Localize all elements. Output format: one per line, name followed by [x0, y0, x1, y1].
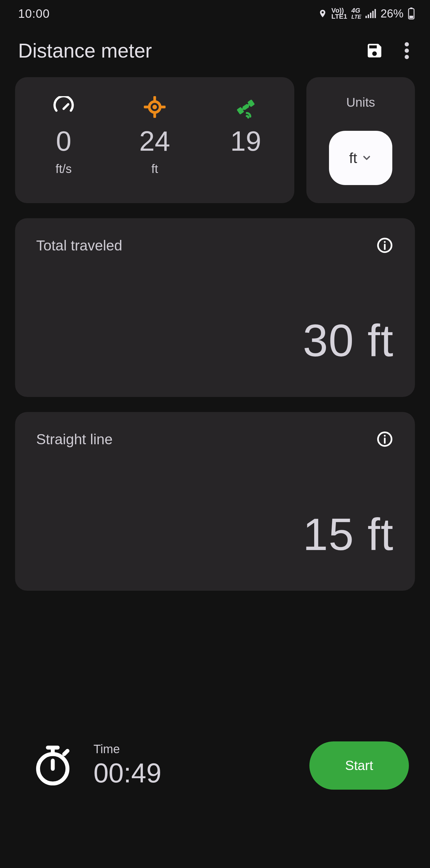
svg-point-23: [384, 241, 386, 243]
start-button-label: Start: [345, 758, 373, 773]
network-4g-label: 4GLTE: [351, 7, 361, 20]
svg-point-10: [405, 55, 409, 59]
speedometer-icon: [53, 95, 75, 119]
accuracy-value: 24: [139, 127, 170, 155]
location-icon: [318, 8, 327, 19]
svg-point-9: [405, 49, 409, 53]
straight-line-card: Straight line 15 ft: [15, 412, 415, 591]
svg-point-12: [152, 105, 157, 110]
page-title: Distance meter: [18, 39, 366, 62]
time-value: 00:49: [93, 758, 161, 789]
svg-line-31: [64, 751, 67, 754]
svg-rect-1: [368, 14, 369, 18]
total-traveled-value: 30 ft: [303, 315, 394, 367]
network-volte-label: Vo))LTE1: [332, 7, 347, 20]
save-icon[interactable]: [366, 41, 383, 60]
chevron-down-icon: [361, 153, 372, 163]
total-traveled-title: Total traveled: [36, 237, 122, 254]
time-label: Time: [93, 742, 161, 756]
signal-icon: [366, 9, 376, 18]
bottom-bar: Time 00:49 Start: [0, 730, 430, 868]
svg-rect-6: [410, 7, 412, 9]
speed-stat: 0 ft/s: [19, 95, 109, 176]
status-right: Vo))LTE1 4GLTE 26%: [318, 7, 415, 20]
screen: 10:00 Vo))LTE1 4GLTE 26%: [0, 0, 430, 868]
info-icon[interactable]: [376, 236, 394, 254]
speed-value: 0: [56, 127, 71, 155]
units-selector[interactable]: ft: [329, 131, 392, 185]
status-time: 10:00: [18, 7, 50, 21]
units-card: Units ft: [306, 77, 415, 203]
total-traveled-card: Total traveled 30 ft: [15, 218, 415, 397]
stopwatch-icon: [33, 743, 73, 788]
svg-rect-0: [366, 16, 367, 19]
satellite-stat: 19: [201, 95, 291, 176]
accuracy-stat: 24 ft: [110, 95, 200, 176]
straight-line-value: 15 ft: [303, 508, 394, 561]
info-icon[interactable]: [376, 430, 394, 448]
svg-point-8: [405, 42, 409, 46]
svg-rect-4: [374, 9, 376, 18]
svg-rect-7: [409, 16, 413, 18]
more-icon[interactable]: [405, 42, 409, 59]
speed-unit: ft/s: [56, 162, 71, 176]
svg-rect-2: [370, 13, 372, 18]
target-icon: [144, 95, 166, 119]
timer-block: Time 00:49: [33, 742, 161, 789]
units-label: Units: [346, 95, 375, 110]
app-bar: Distance meter: [0, 27, 430, 77]
satellite-value: 19: [230, 127, 261, 155]
svg-rect-3: [372, 11, 374, 18]
units-selected: ft: [349, 150, 357, 166]
battery-icon: [408, 7, 415, 20]
status-bar: 10:00 Vo))LTE1 4GLTE 26%: [0, 0, 430, 27]
start-button[interactable]: Start: [309, 741, 409, 789]
satellite-icon: [234, 95, 258, 119]
stats-card: 0 ft/s 24 ft: [15, 77, 294, 203]
straight-line-title: Straight line: [36, 431, 113, 447]
accuracy-unit: ft: [151, 162, 158, 176]
svg-point-26: [384, 435, 386, 437]
battery-percent: 26%: [380, 7, 403, 20]
